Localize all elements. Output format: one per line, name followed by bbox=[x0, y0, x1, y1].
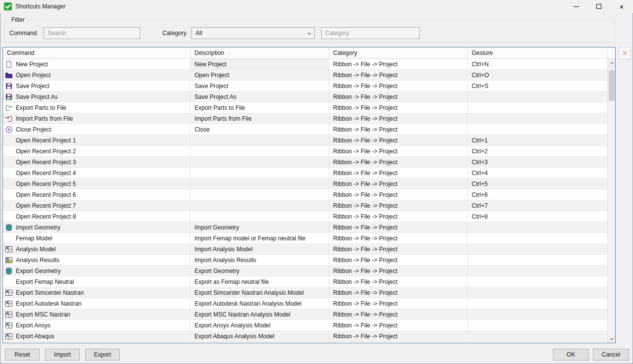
gesture-cell: Ctrl+4 bbox=[468, 168, 607, 179]
no-icon bbox=[5, 278, 13, 286]
description-cell bbox=[191, 135, 329, 146]
no-icon bbox=[5, 158, 13, 166]
gesture-cell bbox=[468, 298, 607, 309]
description-cell: Close bbox=[191, 124, 329, 135]
command-label: Open Recent Project 4 bbox=[16, 170, 76, 177]
close-project-icon bbox=[5, 126, 13, 134]
command-label: Femap Model bbox=[16, 235, 52, 242]
command-cell: Export Abaqus bbox=[3, 331, 191, 342]
table-row[interactable]: Export AbaqusExport Abaqus Analysis Mode… bbox=[3, 331, 607, 342]
minimize-icon bbox=[574, 6, 579, 7]
table-row[interactable]: Open Recent Project 7Ribbon -> File -> P… bbox=[3, 200, 607, 211]
column-header-command[interactable]: Command bbox=[3, 47, 191, 58]
delete-x-icon: × bbox=[623, 49, 627, 57]
category-cell: Ribbon -> File -> Project bbox=[329, 255, 468, 266]
table-row[interactable]: Open Recent Project 1Ribbon -> File -> P… bbox=[3, 135, 607, 146]
category-filter-label: Category bbox=[162, 30, 187, 37]
description-cell: Export Autodesk Nastran Analysis Model bbox=[191, 298, 329, 309]
table-row[interactable]: Save ProjectSave ProjectRibbon -> File -… bbox=[3, 81, 607, 91]
app-checkmark-icon bbox=[4, 2, 12, 10]
geometry-icon bbox=[5, 267, 13, 275]
table-row[interactable]: Export AnsysExport Ansys Analysis ModelR… bbox=[3, 320, 607, 331]
description-cell bbox=[191, 146, 329, 157]
category-cell: Ribbon -> File -> Project bbox=[329, 113, 468, 124]
gesture-cell bbox=[468, 124, 607, 135]
command-cell: Analysis Results bbox=[3, 255, 191, 266]
gesture-cell bbox=[468, 244, 607, 255]
category-cell: Ribbon -> File -> Project bbox=[329, 91, 468, 102]
table-row[interactable]: Analysis ModelImport Analysis ModelRibbo… bbox=[3, 244, 607, 255]
category-cell: Ribbon -> File -> Project bbox=[329, 189, 468, 200]
save-as-icon bbox=[5, 93, 13, 101]
table-row[interactable]: Export MSC NastranExport MSC Nastran Ana… bbox=[3, 309, 607, 320]
table-row[interactable]: Export Femap NeutralExport as Femap neut… bbox=[3, 276, 607, 287]
command-label: Save Project As bbox=[16, 93, 58, 100]
vertical-scrollbar[interactable] bbox=[607, 59, 615, 343]
category-cell: Ribbon -> File -> Project bbox=[329, 276, 468, 287]
solver-export-icon bbox=[5, 289, 13, 297]
chevron-down-icon bbox=[307, 32, 311, 36]
category-select[interactable]: All bbox=[191, 27, 315, 39]
command-label: Close Project bbox=[16, 126, 51, 133]
description-cell: Export MSC Nastran Analysis Model bbox=[191, 309, 329, 320]
command-search-input[interactable] bbox=[44, 27, 140, 39]
category-cell: Ribbon -> File -> Project bbox=[329, 81, 468, 91]
table-row[interactable]: Open Recent Project 2Ribbon -> File -> P… bbox=[3, 146, 607, 157]
scrollbar-thumb[interactable] bbox=[609, 70, 615, 101]
description-cell: Export Ansys Analysis Model bbox=[191, 320, 329, 331]
column-header-category[interactable]: Category bbox=[329, 47, 468, 58]
command-label: Save Project bbox=[16, 83, 49, 90]
close-button[interactable]: × bbox=[610, 0, 633, 13]
description-cell: Import Femap model or Femap neutral file bbox=[191, 233, 329, 244]
window-title: Shortcuts Manager bbox=[15, 3, 65, 10]
import-parts-icon bbox=[5, 115, 13, 123]
analysis-results-icon bbox=[5, 256, 13, 264]
table-row[interactable]: Export Simcenter NastranExport Simcenter… bbox=[3, 287, 607, 298]
column-header-description[interactable]: Description bbox=[191, 47, 329, 58]
table-row[interactable]: Export Parts to FileExport Parts to File… bbox=[3, 102, 607, 113]
delete-shortcut-button-disabled: × bbox=[619, 47, 631, 59]
cancel-button[interactable]: Cancel bbox=[593, 349, 629, 361]
table-row[interactable]: Close ProjectCloseRibbon -> File -> Proj… bbox=[3, 124, 607, 135]
table-row[interactable]: Femap ModelImport Femap model or Femap n… bbox=[3, 233, 607, 244]
table-row[interactable]: Analysis ResultsImport Analysis ResultsR… bbox=[3, 255, 607, 266]
description-cell: Import Analysis Results bbox=[191, 255, 329, 266]
table-header: Command Description Category Gesture bbox=[3, 47, 615, 59]
command-label: Open Recent Project 6 bbox=[16, 191, 76, 198]
scroll-down-button[interactable] bbox=[608, 334, 615, 343]
scroll-up-button[interactable] bbox=[608, 59, 615, 67]
maximize-button[interactable] bbox=[587, 0, 610, 13]
command-cell: Close Project bbox=[3, 124, 191, 135]
open-folder-icon bbox=[5, 71, 13, 79]
table-row[interactable]: Export GeometryExport GeometryRibbon -> … bbox=[3, 266, 607, 276]
no-icon bbox=[5, 169, 13, 177]
table-row[interactable]: Open Recent Project 8Ribbon -> File -> P… bbox=[3, 211, 607, 222]
table-row[interactable]: Open Recent Project 4Ribbon -> File -> P… bbox=[3, 168, 607, 179]
table-row[interactable]: Export Autodesk NastranExport Autodesk N… bbox=[3, 298, 607, 309]
import-button[interactable]: Import bbox=[45, 349, 80, 361]
table-row[interactable]: Open Recent Project 6Ribbon -> File -> P… bbox=[3, 189, 607, 200]
table-row[interactable]: Open ProjectOpen ProjectRibbon -> File -… bbox=[3, 70, 607, 81]
table-row[interactable]: New ProjectNew ProjectRibbon -> File -> … bbox=[3, 59, 607, 70]
export-button[interactable]: Export bbox=[85, 349, 120, 361]
filter-groupbox: Filter Command Category All bbox=[5, 20, 615, 43]
category-filter-input[interactable] bbox=[321, 27, 420, 39]
command-cell: Save Project As bbox=[3, 91, 191, 102]
gesture-cell bbox=[468, 91, 607, 102]
column-header-gesture[interactable]: Gesture bbox=[468, 47, 607, 58]
table-row[interactable]: Open Recent Project 5Ribbon -> File -> P… bbox=[3, 179, 607, 189]
command-cell: Open Recent Project 5 bbox=[3, 179, 191, 189]
table-row[interactable]: Import Parts from FileImport Parts from … bbox=[3, 113, 607, 124]
category-cell: Ribbon -> File -> Project bbox=[329, 135, 468, 146]
table-row[interactable]: Import GeometryImport GeometryRibbon -> … bbox=[3, 222, 607, 233]
table-row[interactable]: Open Recent Project 3Ribbon -> File -> P… bbox=[3, 157, 607, 168]
minimize-button[interactable] bbox=[565, 0, 587, 13]
no-icon bbox=[5, 213, 13, 221]
description-cell: New Project bbox=[191, 59, 329, 70]
category-cell: Ribbon -> File -> Project bbox=[329, 331, 468, 342]
ok-button[interactable]: OK bbox=[553, 349, 589, 361]
description-cell: Export as Femap neutral file bbox=[191, 276, 329, 287]
reset-button[interactable]: Reset bbox=[5, 349, 40, 361]
command-cell: New Project bbox=[3, 59, 191, 70]
table-row[interactable]: Save Project AsSave Project AsRibbon -> … bbox=[3, 91, 607, 102]
